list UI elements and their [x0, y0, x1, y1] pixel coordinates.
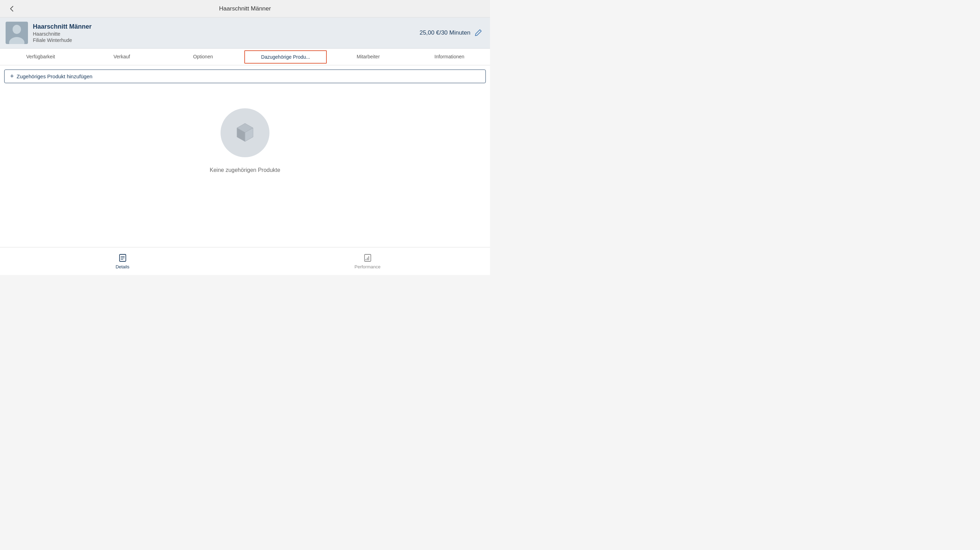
- service-price: 25,00 €/30 Minuten: [419, 29, 471, 37]
- service-info: Haarschnitt Männer Haarschnitte Filiale …: [33, 23, 419, 43]
- svg-point-1: [13, 25, 21, 34]
- edit-icon: [474, 28, 483, 37]
- service-header: Haarschnitt Männer Haarschnitte Filiale …: [0, 17, 490, 49]
- bottom-bar: Details Performance: [0, 247, 490, 275]
- main-content: + Zugehöriges Produkt hinzufügen Keine z…: [0, 65, 490, 247]
- service-category: Haarschnitte: [33, 31, 419, 37]
- avatar-image: [6, 22, 28, 44]
- tab-optionen[interactable]: Optionen: [162, 49, 243, 65]
- tab-mitarbeiter[interactable]: Mitarbeiter: [328, 49, 409, 65]
- empty-state: Keine zugehörigen Produkte: [0, 108, 490, 173]
- back-button[interactable]: [6, 2, 18, 15]
- service-avatar: [6, 22, 28, 44]
- tab-verkauf[interactable]: Verkauf: [81, 49, 162, 65]
- tab-dazugehoerige[interactable]: Dazugehörige Produ...: [244, 50, 327, 64]
- bottom-tab-details[interactable]: Details: [0, 247, 245, 275]
- performance-icon: [363, 253, 372, 263]
- service-name: Haarschnitt Männer: [33, 23, 419, 30]
- plus-icon: +: [10, 73, 14, 80]
- top-bar: Haarschnitt Männer: [0, 0, 490, 17]
- tab-bar: Verfügbarkeit Verkauf Optionen Dazugehör…: [0, 49, 490, 65]
- page-title: Haarschnitt Männer: [219, 5, 271, 12]
- edit-button[interactable]: [472, 27, 484, 39]
- add-product-button[interactable]: + Zugehöriges Produkt hinzufügen: [4, 70, 486, 83]
- back-icon: [8, 5, 16, 13]
- details-icon: [118, 253, 127, 263]
- service-location: Filiale Winterhude: [33, 37, 419, 43]
- cube-icon: [233, 121, 257, 145]
- tab-verfuegbarkeit[interactable]: Verfügbarkeit: [0, 49, 81, 65]
- empty-state-text: Keine zugehörigen Produkte: [210, 167, 280, 173]
- bottom-tab-performance[interactable]: Performance: [245, 247, 490, 275]
- empty-state-icon-circle: [221, 108, 269, 157]
- tab-informationen[interactable]: Informationen: [409, 49, 490, 65]
